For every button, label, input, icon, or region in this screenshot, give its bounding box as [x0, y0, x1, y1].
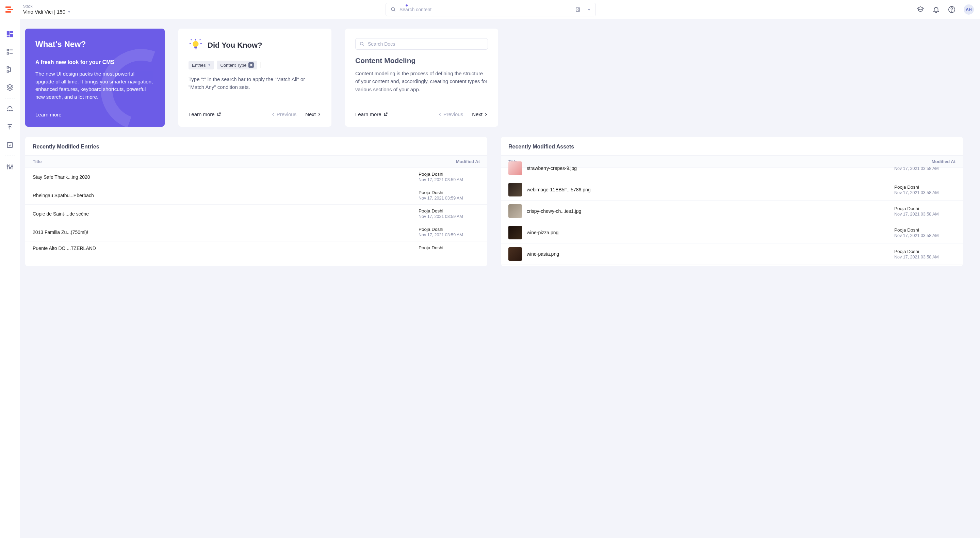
search-input[interactable] — [399, 7, 504, 12]
sidebar-assets[interactable] — [0, 78, 20, 96]
whats-new-body: The new UI design packs the most powerfu… — [35, 70, 154, 101]
indicator-dot — [406, 5, 408, 6]
svg-rect-13 — [7, 49, 9, 51]
svg-line-4 — [394, 10, 395, 11]
sidebar-releases[interactable] — [0, 118, 20, 136]
search-docs-input[interactable] — [368, 41, 484, 47]
did-you-know-card: Did You Know? Entries▼ Content Type= Typ… — [178, 29, 331, 127]
svg-rect-27 — [9, 168, 11, 169]
app-logo[interactable] — [5, 5, 14, 14]
dyk-chips: Entries▼ Content Type= — [189, 61, 321, 69]
text-cursor — [261, 62, 261, 68]
table-row[interactable]: strawberry-crepes-9.jpg Nov 17, 2021 03:… — [501, 158, 504, 179]
svg-rect-31 — [195, 49, 197, 49]
search-icon — [360, 42, 364, 46]
recent-entries-title: Recently Modified Entries — [25, 137, 487, 155]
whats-new-card: What's New? A fresh new look for your CM… — [25, 29, 165, 127]
sidebar-content-types[interactable] — [0, 61, 20, 78]
equals-icon: = — [248, 62, 254, 68]
main-content: What's New? A fresh new look for your CM… — [20, 19, 504, 269]
entry-title: Rheingau Spätbu...Eberbach — [33, 193, 418, 198]
svg-rect-15 — [7, 53, 9, 54]
modeling-next[interactable]: Next — [472, 111, 488, 117]
svg-line-36 — [199, 39, 200, 40]
sidebar-dashboard[interactable] — [0, 25, 20, 43]
svg-rect-10 — [10, 31, 13, 33]
svg-line-35 — [191, 39, 192, 40]
entry-title: Stay Safe Thank...ing 2020 — [33, 174, 418, 180]
global-search[interactable]: ▼ — [385, 3, 504, 16]
sidebar-divider — [5, 156, 14, 156]
col-modified: Modified At — [456, 159, 480, 164]
chevron-down-icon: ▼ — [208, 63, 211, 67]
sidebar-tasks[interactable] — [0, 136, 20, 153]
chip-content-type[interactable]: Content Type= — [217, 61, 257, 69]
whats-new-subtitle: A fresh new look for your CMS — [35, 59, 154, 65]
dyk-previous[interactable]: Previous — [271, 111, 296, 117]
sidebar-publish-queue[interactable] — [0, 101, 20, 118]
chevron-down-icon: ▼ — [67, 10, 71, 14]
table-row[interactable]: Stay Safe Thank...ing 2020 Pooja DoshiNo… — [25, 168, 487, 186]
entry-meta: Pooja DoshiNov 17, 2021 03:59 AM — [418, 190, 480, 201]
content-modeling-card: Content Modeling Content modeling is the… — [345, 29, 498, 127]
top-header: Stack Vino Vidi Vici | 150 ▼ ▼ AH — [0, 0, 504, 19]
entry-title: 2013 Familia Zu...(750ml)! — [33, 230, 418, 235]
stack-name: Vino Vidi Vici | 150 — [23, 9, 65, 15]
search-docs[interactable] — [355, 38, 488, 50]
sidebar-settings[interactable] — [0, 158, 20, 176]
stack-label: Stack — [23, 4, 71, 8]
entry-meta: Pooja DoshiNov 17, 2021 03:59 AM — [418, 208, 480, 219]
search-icon — [391, 7, 396, 12]
stack-selector[interactable]: Stack Vino Vidi Vici | 150 ▼ — [23, 4, 71, 14]
svg-line-38 — [363, 45, 364, 46]
entry-title: Puente Alto DO ...TZERLAND — [33, 246, 418, 251]
svg-point-29 — [192, 41, 198, 47]
entry-title: Copie de Saint-...de scène — [33, 211, 418, 217]
sidebar-entries[interactable] — [0, 43, 20, 61]
table-row[interactable]: 2013 Familia Zu...(750ml)! Pooja DoshiNo… — [25, 223, 487, 241]
recent-assets-card: Recently Modified Assets Title Modified … — [501, 137, 504, 266]
sidebar — [0, 19, 20, 269]
table-row[interactable]: crispy-chewy-ch...ies1.jpg Pooja DoshiNo… — [501, 201, 504, 222]
entry-meta: Pooja DoshiNov 17, 2021 03:59 AM — [418, 227, 480, 237]
svg-rect-22 — [8, 143, 13, 148]
dyk-learn-more[interactable]: Learn more — [189, 111, 221, 117]
svg-rect-17 — [7, 67, 9, 69]
table-row[interactable]: Copie de Saint-...de scène Pooja DoshiNo… — [25, 204, 487, 223]
modeling-title: Content Modeling — [355, 56, 488, 65]
svg-rect-11 — [10, 34, 13, 37]
table-row[interactable]: wine-pasta.png Pooja DoshiNov 17, 2021 0… — [501, 243, 504, 265]
svg-point-21 — [11, 110, 13, 111]
recent-assets-title: Recently Modified Assets — [501, 137, 504, 155]
svg-rect-9 — [7, 31, 10, 35]
modeling-learn-more[interactable]: Learn more — [355, 111, 388, 117]
lightbulb-icon — [189, 38, 203, 53]
table-row[interactable]: Puente Alto DO ...TZERLAND Pooja Doshi — [25, 241, 487, 255]
table-row[interactable]: Rheingau Spätbu...Eberbach Pooja DoshiNo… — [25, 186, 487, 204]
svg-rect-12 — [7, 36, 10, 37]
svg-point-19 — [7, 110, 8, 111]
table-row[interactable]: webimage-11EB5F...5786.png Pooja DoshiNo… — [501, 179, 504, 201]
svg-rect-1 — [8, 9, 13, 10]
table-row[interactable]: wine-pizza.png Pooja DoshiNov 17, 2021 0… — [501, 222, 504, 243]
svg-rect-2 — [5, 11, 11, 13]
whats-new-learn-more[interactable]: Learn more — [35, 112, 62, 118]
svg-point-20 — [10, 110, 11, 111]
svg-rect-0 — [5, 6, 11, 8]
modeling-body: Content modeling is the process of defin… — [355, 69, 488, 93]
svg-point-3 — [391, 8, 395, 11]
svg-rect-18 — [7, 71, 9, 72]
svg-point-37 — [360, 42, 363, 45]
dyk-title: Did You Know? — [208, 41, 262, 50]
recent-entries-card: Recently Modified Entries Title Modified… — [25, 137, 487, 266]
assets-body: strawberry-crepes-9.jpg Nov 17, 2021 03:… — [501, 158, 504, 266]
svg-rect-30 — [194, 47, 197, 48]
entry-meta: Pooja Doshi — [418, 245, 480, 251]
col-title: Title — [33, 159, 42, 164]
dyk-body: Type ":" in the search bar to apply the … — [189, 76, 321, 91]
modeling-previous[interactable]: Previous — [438, 111, 463, 117]
entries-body: Stay Safe Thank...ing 2020 Pooja DoshiNo… — [25, 168, 487, 266]
chip-entries[interactable]: Entries▼ — [189, 61, 214, 69]
dyk-next[interactable]: Next — [305, 111, 321, 117]
whats-new-title: What's New? — [35, 40, 154, 49]
